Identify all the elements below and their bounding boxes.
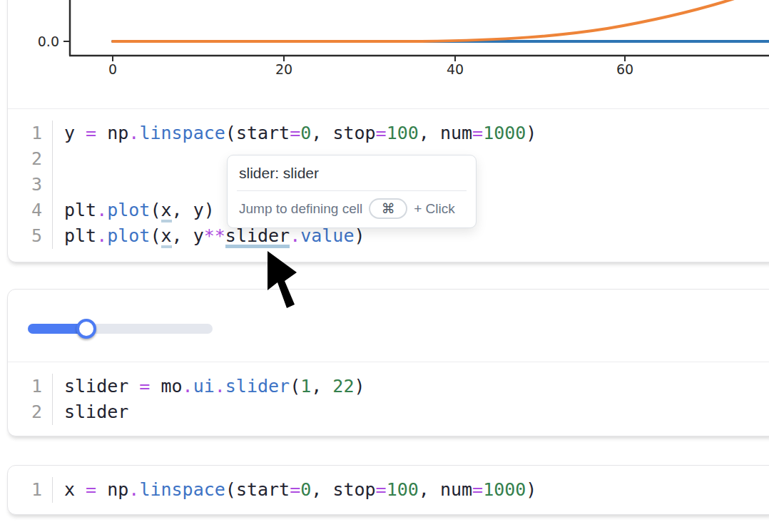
code-token: slider: [64, 376, 139, 397]
code-token: start: [236, 479, 290, 500]
code-token: .: [183, 376, 193, 397]
x-tick-label: 60: [616, 61, 633, 77]
code-token: ): [204, 200, 215, 220]
code-token: np: [107, 479, 128, 500]
code-editor[interactable]: 1slider = mo.ui.slider(1, 22)2slider: [8, 362, 769, 436]
x-tick-label: 0: [108, 61, 117, 77]
slider-widget[interactable]: [28, 319, 213, 339]
line-number: 3: [8, 172, 53, 198]
code-token: =: [376, 479, 387, 500]
code-token: 1000: [483, 479, 526, 500]
plot-output-area: 0.0 0 20 40 60: [8, 0, 769, 108]
code-token: ): [526, 123, 536, 143]
code-token: =: [86, 479, 107, 500]
y-tick-label: 0.0: [38, 34, 59, 49]
line-number: 2: [8, 399, 53, 425]
code-token: (: [150, 200, 161, 220]
tooltip-title: slider: slider: [228, 155, 476, 190]
slider-output-area: [8, 290, 769, 362]
code-token: (: [225, 479, 236, 500]
code-token: ): [526, 479, 536, 500]
code-token: plt: [64, 200, 96, 220]
slider-handle[interactable]: [76, 319, 96, 339]
code-token: num: [440, 123, 472, 143]
code-token: 100: [387, 123, 419, 143]
code-token: ,: [311, 123, 332, 143]
code-token: .: [96, 225, 107, 246]
code-token: (: [290, 376, 300, 397]
code-line-text: slider = mo.ui.slider(1, 22): [53, 374, 365, 399]
code-token: =: [472, 123, 483, 143]
line-number: 1: [8, 374, 53, 399]
command-key-icon: ⌘: [369, 198, 407, 219]
code-token: stop: [332, 123, 375, 143]
code-token: .: [290, 225, 300, 246]
code-token: ): [354, 376, 365, 397]
notebook-cell-x: 1x = np.linspace(start=0, stop=100, num=…: [7, 465, 769, 515]
code-token: 1000: [483, 123, 526, 143]
code-line-text: slider: [53, 399, 128, 425]
click-hint-label: + Click: [414, 201, 455, 217]
code-token: ,: [311, 376, 332, 397]
line-number: 1: [8, 121, 53, 146]
code-token: ,: [311, 479, 332, 500]
code-token: ,: [172, 225, 193, 246]
mouse-cursor-icon: [268, 251, 297, 310]
code-token: plot: [107, 225, 150, 246]
code-line-text: y = np.linspace(start=0, stop=100, num=1…: [53, 121, 536, 146]
line-number: 4: [8, 198, 53, 223]
line-series-y-pow-slider: [113, 0, 769, 41]
code-token: **: [204, 225, 225, 246]
code-token: linspace: [139, 479, 225, 500]
code-token: =: [472, 479, 483, 500]
variable-link[interactable]: x: [161, 225, 172, 248]
code-token: =: [139, 376, 161, 397]
code-token: stop: [332, 479, 375, 500]
variable-link[interactable]: x: [161, 200, 172, 222]
code-line-text: plt.plot(x, y): [53, 198, 215, 223]
code-token: plt: [64, 225, 96, 246]
code-line-text: [53, 172, 64, 198]
code-token: =: [376, 123, 387, 143]
code-token: 100: [387, 479, 419, 500]
code-token: (: [225, 123, 236, 143]
code-token: slider: [225, 376, 290, 397]
code-token: .: [215, 376, 225, 397]
code-token: ,: [172, 200, 193, 220]
variable-link[interactable]: slider: [225, 225, 290, 248]
code-line[interactable]: 1x = np.linspace(start=0, stop=100, num=…: [8, 477, 769, 503]
code-line[interactable]: 1y = np.linspace(start=0, stop=100, num=…: [8, 121, 769, 146]
line-number: 2: [8, 146, 53, 172]
code-line-text: x = np.linspace(start=0, stop=100, num=1…: [53, 477, 536, 503]
x-tick-label: 20: [275, 61, 292, 77]
code-token: plot: [107, 200, 150, 220]
code-token: y: [193, 225, 204, 246]
code-token: .: [128, 479, 139, 500]
code-token: .: [96, 200, 107, 220]
code-token: ,: [419, 479, 440, 500]
jump-to-cell-label: Jump to defining cell: [239, 201, 362, 217]
marimo-notebook: { "plot": { "ytick": "0.0", "xticks": ["…: [0, 0, 769, 532]
code-token: np: [107, 123, 128, 143]
code-token: mo: [161, 376, 182, 397]
matplotlib-plot: 0.0 0 20 40 60: [8, 0, 769, 108]
code-token: .: [128, 123, 139, 143]
code-token: value: [300, 225, 354, 246]
code-token: (: [150, 225, 161, 246]
code-token: =: [290, 123, 300, 143]
code-token: =: [290, 479, 300, 500]
code-token: 1: [300, 376, 311, 397]
code-editor[interactable]: 1x = np.linspace(start=0, stop=100, num=…: [8, 466, 769, 514]
notebook-cell-slider: 1slider = mo.ui.slider(1, 22)2slider: [7, 289, 769, 436]
code-line[interactable]: 1slider = mo.ui.slider(1, 22): [8, 374, 769, 399]
code-token: ): [354, 225, 365, 246]
line-number: 5: [8, 223, 53, 249]
code-line[interactable]: 2slider: [8, 399, 769, 425]
code-token: start: [236, 123, 290, 143]
code-token: ui: [193, 376, 215, 397]
line-number: 1: [8, 477, 53, 503]
code-token: 22: [332, 376, 354, 397]
code-token: num: [440, 479, 472, 500]
variable-tooltip: slider: slider Jump to defining cell ⌘ +…: [227, 155, 477, 228]
x-tick-label: 40: [447, 61, 464, 77]
